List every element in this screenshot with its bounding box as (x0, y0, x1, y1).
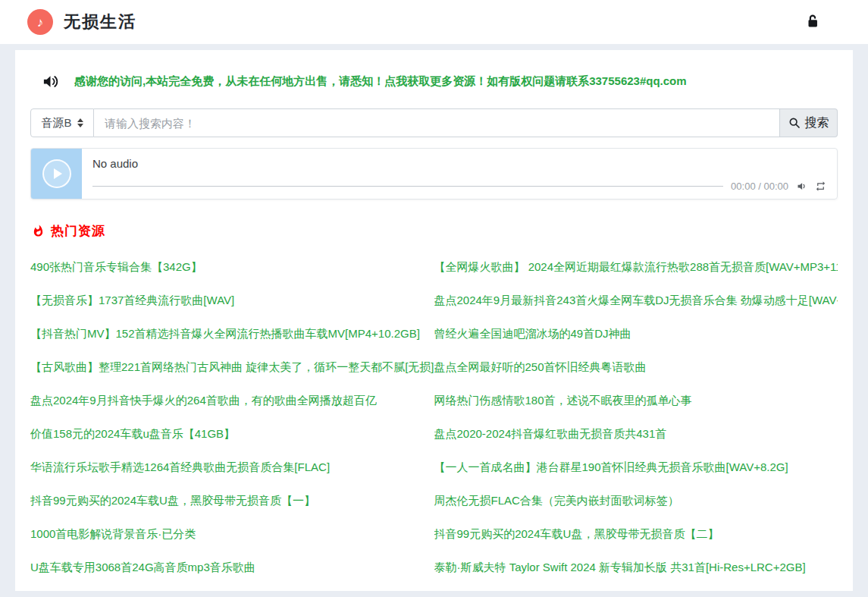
site-header: ♪ 无损生活 (0, 0, 868, 44)
music-note-icon: ♪ (37, 16, 44, 29)
hot-link[interactable]: 盘点2024年9月最新抖音243首火爆全网车载DJ无损音乐合集 劲爆动感十足[W… (434, 294, 838, 308)
loop-icon[interactable] (815, 181, 826, 192)
search-bar: 音源B 搜索 (30, 108, 838, 137)
hot-link[interactable]: 泰勒·斯威夫特 Taylor Swift 2024 新专辑加长版 共31首[Hi… (434, 561, 806, 575)
play-button[interactable] (42, 159, 71, 188)
list-item: 盘点2020-2024抖音爆红歌曲无损音质共431首 (434, 417, 838, 451)
list-item: 【全网爆火歌曲】 2024全网近期最红爆款流行热歌288首无损音质[WAV+MP… (434, 250, 838, 284)
select-arrows-icon (77, 118, 83, 127)
list-item: 【古风歌曲】整理221首网络热门古风神曲 旋律太美了，循环一整天都不腻[无损] (30, 350, 434, 384)
hot-link[interactable]: 盘点2020-2024抖音爆红歌曲无损音质共431首 (434, 427, 667, 441)
source-select[interactable]: 音源B (30, 108, 94, 137)
hot-link[interactable]: 490张热门音乐专辑合集【342G】 (30, 260, 202, 275)
section-title: 热门资源 (51, 222, 105, 240)
section-header: 热门资源 (30, 222, 838, 240)
hot-link[interactable]: 网络热门伤感情歌180首，述说不眠夜里的孤单心事 (434, 394, 692, 408)
list-item: 1000首电影解说背景音乐·已分类 (30, 517, 434, 551)
player-status: No audio (92, 157, 826, 170)
list-item: 华语流行乐坛歌手精选1264首经典歌曲无损音质合集[FLAC] (30, 451, 434, 484)
list-item: 泰勒·斯威夫特 Taylor Swift 2024 新专辑加长版 共31首[Hi… (434, 551, 838, 584)
announcement-bar: 感谢您的访问,本站完全免费，从未在任何地方出售，请悉知！点我获取更多资源！如有版… (30, 73, 838, 90)
volume-icon[interactable] (796, 181, 807, 192)
hot-link[interactable]: 【古风歌曲】整理221首网络热门古风神曲 旋律太美了，循环一整天都不腻[无损] (30, 360, 434, 375)
list-item: U盘车载专用3068首24G高音质mp3音乐歌曲 (30, 551, 434, 584)
announcement-text[interactable]: 感谢您的访问,本站完全免费，从未在任何地方出售，请悉知！点我获取更多资源！如有版… (74, 74, 687, 89)
unlock-icon[interactable] (804, 14, 821, 30)
list-item: 盘点2024年9月抖音快手爆火的264首歌曲，有的歌曲全网播放超百亿 (30, 384, 434, 417)
hot-link[interactable]: 曾经火遍全国迪吧溜冰场的49首DJ神曲 (434, 327, 631, 341)
hot-link[interactable]: 【全网爆火歌曲】 2024全网近期最红爆款流行热歌288首无损音质[WAV+MP… (434, 260, 838, 275)
hot-link[interactable]: 1000首电影解说背景音乐·已分类 (30, 527, 196, 542)
list-item: 抖音99元购买的2024车载U盘，黑胶母带无损音质【二】 (434, 517, 838, 551)
hot-link[interactable]: 周杰伦无损FLAC合集（完美内嵌封面歌词标签） (434, 494, 679, 508)
magnifier-icon (788, 117, 801, 129)
source-select-value: 音源B (41, 116, 71, 130)
player-body: No audio 00:00 / 00:00 (82, 149, 837, 199)
hot-link[interactable]: U盘车载专用3068首24G高音质mp3音乐歌曲 (30, 561, 255, 575)
site-title: 无损生活 (64, 11, 136, 33)
list-item: 曾经火遍全国迪吧溜冰场的49首DJ神曲 (434, 317, 838, 350)
hot-link[interactable]: 抖音99元购买的2024车载U盘，黑胶母带无损音质【一】 (30, 494, 315, 508)
list-item: 【一人一首成名曲】港台群星190首怀旧经典无损音乐歌曲[WAV+8.2G] (434, 451, 838, 484)
player-time: 00:00 / 00:00 (731, 181, 788, 192)
list-item: 价值158元的2024车载u盘音乐【41GB】 (30, 417, 434, 451)
hot-link[interactable]: 【无损音乐】1737首经典流行歌曲[WAV] (30, 294, 234, 308)
list-item: 周杰伦无损FLAC合集（完美内嵌封面歌词标签） (434, 484, 838, 517)
search-button-label: 搜索 (805, 115, 829, 131)
hot-link[interactable]: 价值158元的2024车载u盘音乐【41GB】 (30, 427, 235, 441)
list-item: 网络热门伤感情歌180首，述说不眠夜里的孤单心事 (434, 384, 838, 417)
player-controls: 00:00 / 00:00 (92, 181, 826, 192)
list-item: 490张热门音乐专辑合集【342G】 (30, 250, 434, 284)
list-item: 【无损音乐】1737首经典流行歌曲[WAV] (30, 284, 434, 317)
hot-link[interactable]: 抖音99元购买的2024车载U盘，黑胶母带无损音质【二】 (434, 527, 719, 542)
list-item: 【抖音热门MV】152首精选抖音爆火全网流行热播歌曲车载MV[MP4+10.2G… (30, 317, 434, 350)
search-button[interactable]: 搜索 (780, 108, 838, 137)
hot-link[interactable]: 盘点2024年9月抖音快手爆火的264首歌曲，有的歌曲全网播放超百亿 (30, 394, 377, 408)
progress-bar[interactable] (92, 186, 723, 187)
list-item: 盘点全网最好听的250首怀旧经典粤语歌曲 (434, 350, 838, 384)
hot-link[interactable]: 盘点全网最好听的250首怀旧经典粤语歌曲 (434, 360, 647, 375)
search-input[interactable] (94, 108, 780, 137)
audio-player: No audio 00:00 / 00:00 (30, 148, 838, 200)
fire-icon (32, 224, 45, 238)
list-item: 抖音99元购买的2024车载U盘，黑胶母带无损音质【一】 (30, 484, 434, 517)
hot-link[interactable]: 【一人一首成名曲】港台群星190首怀旧经典无损音乐歌曲[WAV+8.2G] (434, 460, 788, 475)
hot-links-list: 490张热门音乐专辑合集【342G】 【全网爆火歌曲】 2024全网近期最红爆款… (30, 250, 838, 584)
player-thumbnail (31, 149, 82, 199)
site-logo[interactable]: ♪ (27, 9, 53, 35)
speaker-icon (42, 73, 59, 90)
hot-link[interactable]: 华语流行乐坛歌手精选1264首经典歌曲无损音质合集[FLAC] (30, 460, 330, 475)
main-card: 感谢您的访问,本站完全免费，从未在任何地方出售，请悉知！点我获取更多资源！如有版… (15, 50, 853, 591)
hot-link[interactable]: 【抖音热门MV】152首精选抖音爆火全网流行热播歌曲车载MV[MP4+10.2G… (30, 327, 420, 341)
list-item: 盘点2024年9月最新抖音243首火爆全网车载DJ无损音乐合集 劲爆动感十足[W… (434, 284, 838, 317)
play-icon (54, 168, 62, 179)
